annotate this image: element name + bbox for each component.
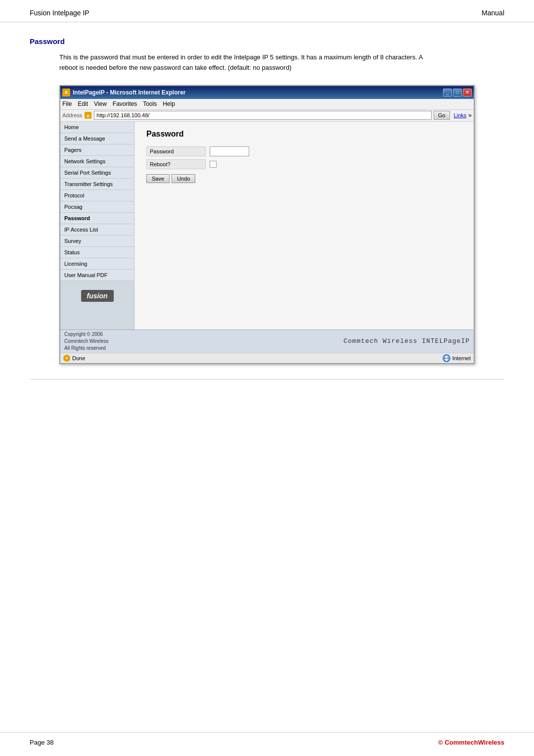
footer-brand: © CommtechWireless — [438, 739, 504, 746]
menu-favorites[interactable]: Favorites — [113, 100, 137, 107]
status-left: ● Done — [63, 355, 85, 362]
copyright-line3: All Rights reserved — [64, 345, 108, 352]
maximize-button[interactable]: □ — [453, 89, 462, 96]
menu-tools[interactable]: Tools — [143, 100, 157, 107]
nav-licensing[interactable]: Licensing — [60, 258, 134, 270]
browser-menubar: File Edit View Favorites Tools Help — [60, 99, 474, 110]
go-button[interactable]: Go — [434, 111, 450, 120]
undo-button[interactable]: Undo — [172, 174, 195, 183]
status-bar: ● Done Internet — [60, 353, 474, 363]
browser-footer: Copyright © 2006 Commtech Wireless All R… — [60, 330, 474, 353]
footer-brand-suffix: Wireless — [478, 739, 504, 746]
browser-addressbar: Address e Go Links » — [60, 110, 474, 122]
browser-titlebar: e IntelPageIP - Microsoft Internet Explo… — [60, 86, 474, 99]
form-buttons: Save Undo — [146, 174, 462, 183]
status-right: Internet — [443, 354, 471, 362]
menu-edit[interactable]: Edit — [78, 100, 88, 107]
nav-survey[interactable]: Survey — [60, 236, 134, 247]
nav-send-message[interactable]: Send a Message — [60, 133, 134, 144]
fusion-logo: fusion — [81, 290, 114, 302]
copyright-area: Copyright © 2006 Commtech Wireless All R… — [64, 331, 108, 352]
internet-icon — [443, 354, 450, 362]
svg-text:e: e — [87, 113, 89, 118]
browser-icon: e — [62, 89, 70, 96]
page-icon: e — [84, 111, 92, 119]
sidebar-nav: Home Send a Message Pagers Network Setti… — [60, 122, 134, 330]
links-label[interactable]: Links — [454, 112, 467, 118]
password-input[interactable] — [210, 146, 249, 156]
nav-home[interactable]: Home — [60, 122, 134, 133]
section-description: This is the password that must be entere… — [59, 52, 430, 73]
footer-page-number: Page 38 — [30, 739, 53, 746]
reboot-label: Reboot? — [146, 159, 206, 169]
browser-brand-footer: Commtech Wireless INTELPageIP — [344, 337, 470, 345]
address-label: Address — [62, 112, 82, 118]
sidebar-logo-container: fusion — [60, 286, 134, 306]
nav-protocol[interactable]: Protocol — [60, 190, 134, 201]
browser-title: IntelPageIP - Microsoft Internet Explore… — [73, 89, 186, 96]
reboot-row: Reboot? — [146, 159, 462, 169]
internet-label: Internet — [452, 355, 471, 361]
page-footer: Page 38 © CommtechWireless — [0, 732, 534, 746]
links-arrow: » — [468, 112, 472, 119]
copyright-line1: Copyright © 2006 — [64, 331, 108, 338]
save-button[interactable]: Save — [146, 174, 170, 183]
footer-brand-prefix: © Commtech — [438, 739, 478, 746]
nav-password[interactable]: Password — [60, 213, 134, 224]
status-loading-icon: ● — [63, 355, 70, 362]
content-title: Password — [146, 130, 462, 139]
page-header-right: Manual — [482, 9, 504, 17]
nav-serial-port-settings[interactable]: Serial Port Settings — [60, 167, 134, 179]
close-button[interactable]: ✕ — [463, 89, 472, 96]
menu-help[interactable]: Help — [163, 100, 175, 107]
copyright-line2: Commtech Wireless — [64, 338, 108, 345]
password-label: Password — [146, 146, 206, 156]
menu-view[interactable]: View — [94, 100, 107, 107]
minimize-button[interactable]: _ — [443, 89, 452, 96]
browser-window: e IntelPageIP - Microsoft Internet Explo… — [59, 85, 475, 364]
password-form: Password Reboot? Save Undo — [146, 146, 462, 183]
nav-transmitter-settings[interactable]: Transmitter Settings — [60, 179, 134, 190]
titlebar-buttons: _ □ ✕ — [443, 89, 472, 96]
content-area: Password Password Reboot? Save Undo — [134, 122, 474, 330]
nav-network-settings[interactable]: Network Settings — [60, 156, 134, 167]
menu-file[interactable]: File — [62, 100, 72, 107]
reboot-checkbox[interactable] — [210, 161, 217, 168]
page-header-left: Fusion Intelpage IP — [30, 9, 89, 17]
nav-pagers[interactable]: Pagers — [60, 144, 134, 156]
nav-pocsag[interactable]: Pocsag — [60, 201, 134, 213]
browser-content: Home Send a Message Pagers Network Setti… — [60, 122, 474, 330]
address-input[interactable] — [94, 111, 432, 120]
nav-user-manual[interactable]: User Manual PDF — [60, 270, 134, 281]
nav-status[interactable]: Status — [60, 247, 134, 258]
nav-ip-access-list[interactable]: IP Access List — [60, 224, 134, 236]
section-title: Password — [30, 37, 504, 46]
status-text: Done — [72, 355, 85, 361]
password-row: Password — [146, 146, 462, 156]
